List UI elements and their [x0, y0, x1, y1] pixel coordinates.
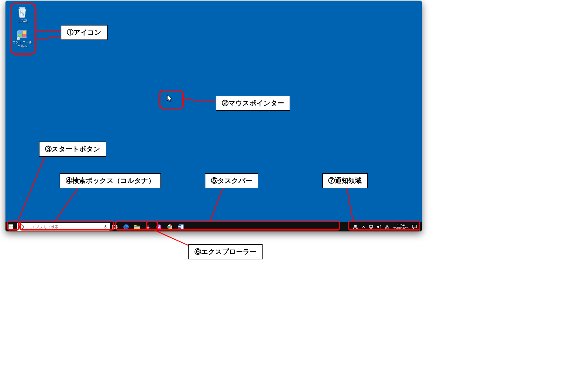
folder-icon: [134, 224, 140, 229]
windows-logo-icon: [9, 224, 13, 229]
ime-indicator[interactable]: あ: [384, 224, 390, 230]
network-icon[interactable]: [368, 224, 374, 230]
svg-line-6: [153, 229, 188, 245]
svg-rect-10: [22, 31, 26, 34]
svg-rect-12: [22, 34, 26, 37]
recycle-bin[interactable]: ごみ箱: [12, 6, 33, 22]
chrome-button[interactable]: [164, 222, 175, 231]
file-explorer-button[interactable]: [132, 222, 143, 231]
svg-line-27: [146, 225, 149, 228]
volume-icon[interactable]: [376, 224, 382, 230]
recycle-bin-icon: [12, 6, 33, 18]
task-view-button[interactable]: [110, 222, 121, 231]
control-panel-icon: [12, 29, 33, 40]
people-icon[interactable]: [352, 224, 359, 230]
search-input[interactable]: ここに入力して検索: [17, 223, 110, 231]
svg-rect-17: [11, 227, 13, 229]
svg-rect-39: [412, 225, 417, 228]
callout-7: ⑦通知領域: [322, 173, 368, 188]
callout-5: ⑤タスクバー: [205, 173, 258, 188]
taskbar[interactable]: ここに入力して検索: [5, 222, 422, 231]
svg-rect-23: [134, 226, 140, 227]
search-placeholder: ここに入力して検索: [26, 224, 104, 230]
svg-point-35: [356, 225, 357, 227]
svg-rect-9: [18, 31, 22, 34]
task-view-icon: [112, 225, 118, 229]
mouse-pointer-icon: [167, 95, 173, 103]
svg-rect-11: [18, 34, 22, 37]
icon-label: コントロール パネル: [12, 40, 33, 48]
svg-rect-16: [9, 227, 11, 229]
callout-3: ③スタートボタン: [39, 142, 106, 157]
action-center-icon[interactable]: [411, 224, 418, 230]
svg-rect-36: [370, 225, 373, 227]
word-icon: W: [178, 224, 184, 230]
snipping-tool-button[interactable]: [143, 222, 153, 231]
callout-6: ⑥エクスプローラー: [188, 244, 263, 259]
cortana-circle-icon: [19, 224, 24, 229]
svg-text:W: W: [178, 225, 181, 228]
callout-2: ②マウスポインター: [216, 96, 290, 111]
itunes-button[interactable]: [153, 222, 164, 231]
svg-rect-15: [11, 224, 13, 227]
svg-point-30: [169, 226, 171, 228]
svg-point-34: [354, 225, 356, 227]
clock-date: 2019/09/20: [393, 227, 408, 230]
svg-rect-18: [105, 225, 106, 227]
music-note-icon: [156, 224, 162, 230]
callout-4: ④検索ボックス（コルタナ）: [60, 173, 161, 188]
svg-line-26: [147, 225, 150, 228]
clock[interactable]: 13:54 2019/09/20: [392, 224, 410, 230]
snip-icon: [145, 224, 151, 230]
clock-time: 13:54: [393, 224, 408, 227]
control-panel[interactable]: コントロール パネル: [12, 29, 33, 48]
edge-button[interactable]: [121, 222, 132, 231]
edge-icon: [123, 224, 129, 230]
tray-chevron-icon[interactable]: [360, 224, 366, 230]
notification-area[interactable]: あ 13:54 2019/09/20: [352, 222, 422, 231]
callout-1: ①アイコン: [61, 25, 108, 40]
microphone-icon: [104, 224, 108, 229]
svg-rect-14: [9, 224, 11, 227]
icon-label: ごみ箱: [12, 19, 33, 22]
word-button[interactable]: W: [175, 222, 186, 231]
start-button[interactable]: [5, 222, 16, 231]
show-desktop-button[interactable]: [419, 222, 421, 231]
chrome-icon: [167, 224, 173, 230]
